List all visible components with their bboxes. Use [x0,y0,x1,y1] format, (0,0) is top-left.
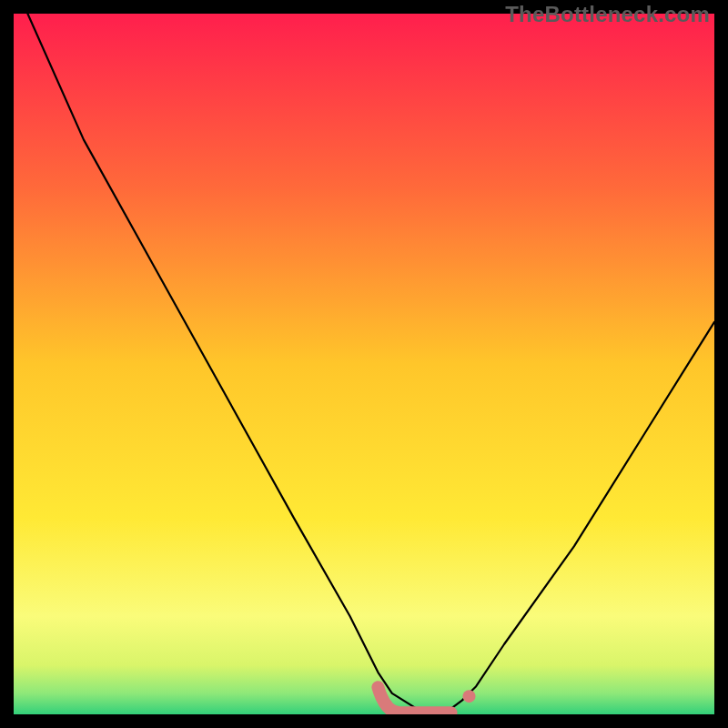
chart-frame [14,14,714,714]
svg-point-1 [463,690,476,703]
bottleneck-curve [14,14,714,714]
watermark-text: TheBottleneck.com [505,2,710,27]
